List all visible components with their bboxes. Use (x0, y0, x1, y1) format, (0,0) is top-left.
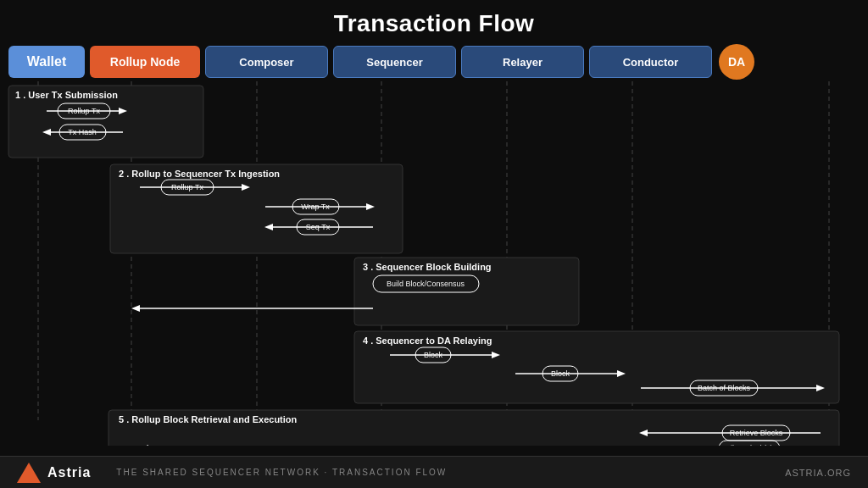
lane-conductor: Conductor (589, 46, 712, 78)
lane-relayer: Relayer (461, 46, 584, 78)
svg-text:Rollup Tx: Rollup Tx (171, 183, 203, 191)
svg-text:Build Block/Consensus: Build Block/Consensus (387, 280, 465, 288)
svg-text:5 .  Rollup Block Retrieval an: 5 . Rollup Block Retrieval and Execution (119, 414, 298, 424)
diagram-svg: 1 . User Tx Submission Rollup Tx Tx Hash… (0, 81, 868, 446)
lane-composer: Composer (205, 46, 328, 78)
page-title: Transaction Flow (0, 0, 868, 37)
diagram-area: 1 . User Tx Submission Rollup Tx Tx Hash… (0, 81, 868, 446)
svg-text:Tx Hash: Tx Hash (68, 128, 97, 136)
main-container: Transaction Flow Wallet Rollup Node Comp… (0, 0, 868, 488)
lane-rollup: Rollup Node (90, 46, 200, 78)
svg-text:4 .  Sequencer to DA Relaying: 4 . Sequencer to DA Relaying (363, 336, 492, 346)
svg-text:1 .  User Tx Submission: 1 . User Tx Submission (15, 90, 118, 100)
lane-wallet: Wallet (8, 46, 85, 78)
svg-text:Seq Tx: Seq Tx (306, 223, 331, 231)
footer: Astria THE SHARED SEQUENCER NETWORK · TR… (0, 456, 868, 488)
svg-text:Batch of Blocks: Batch of Blocks (698, 384, 751, 392)
footer-subtitle: THE SHARED SEQUENCER NETWORK · TRANSACTI… (116, 468, 447, 477)
svg-text:Filter Block(s): Filter Block(s) (726, 444, 772, 446)
svg-text:Wrap Tx: Wrap Tx (301, 202, 330, 211)
svg-text:Block: Block (424, 351, 443, 359)
lane-sequencer: Sequencer (333, 46, 456, 78)
lane-da: DA (719, 44, 754, 80)
footer-logo: Astria (17, 463, 91, 483)
astria-logo-icon (17, 463, 41, 483)
svg-marker-36 (131, 305, 140, 312)
footer-logo-text: Astria (47, 465, 91, 480)
svg-text:2 .  Rollup to Sequencer Tx In: 2 . Rollup to Sequencer Tx Ingestion (119, 169, 280, 179)
footer-url: ASTRIA.ORG (785, 468, 851, 478)
lanes-header: Wallet Rollup Node Composer Sequencer Re… (0, 37, 868, 80)
svg-text:3 .  Sequencer Block Building: 3 . Sequencer Block Building (363, 262, 492, 272)
svg-text:Block: Block (551, 369, 570, 378)
svg-text:Rollup Tx: Rollup Tx (68, 107, 100, 115)
svg-text:Retrieve Blocks: Retrieve Blocks (730, 429, 783, 437)
